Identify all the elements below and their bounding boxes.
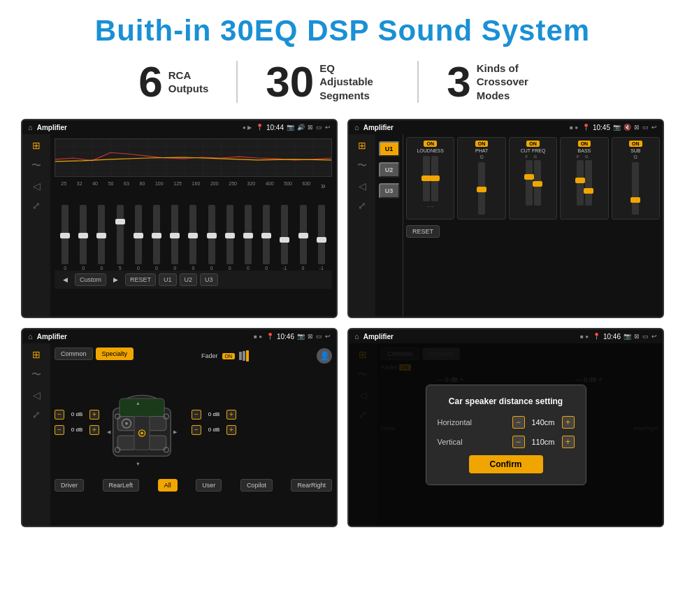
all-btn[interactable]: All <box>158 479 178 492</box>
eq-slider-6[interactable] <box>153 205 160 264</box>
vol-fr-minus[interactable]: − <box>192 410 201 420</box>
eq-slider-13[interactable] <box>281 205 288 264</box>
cutfreq-slider-g[interactable] <box>534 160 541 206</box>
amp-sidebar-speaker[interactable]: ◁ <box>359 180 366 192</box>
vol-ctrl-fl: − 0 dB + <box>55 410 99 420</box>
spk-sidebar-wave[interactable]: 〜 <box>31 368 41 381</box>
sub-slider[interactable] <box>632 162 639 215</box>
expand-icon[interactable]: » <box>321 181 326 191</box>
rearleft-btn[interactable]: RearLeft <box>103 479 140 492</box>
eq-slider-11[interactable] <box>245 205 252 264</box>
amp-modules-row: ON LOUDNESS ~ ~ <box>406 137 660 220</box>
u1-select-btn[interactable]: U1 <box>379 141 400 157</box>
eq-back-btn[interactable]: ◀ <box>59 273 72 286</box>
eq-u2-btn[interactable]: U2 <box>180 273 198 286</box>
loudness-slider-l[interactable] <box>423 156 430 201</box>
eq-custom-btn[interactable]: Custom <box>75 273 106 286</box>
profile-icon-3[interactable]: 👤 <box>317 348 332 364</box>
eq-slider-3[interactable] <box>98 205 105 264</box>
spk-tab-common[interactable]: Common <box>55 348 93 360</box>
eq-slider-8[interactable] <box>189 205 196 264</box>
vol-fr-plus[interactable]: + <box>226 410 236 420</box>
amp-sidebar-wave[interactable]: 〜 <box>357 159 367 172</box>
vol-fl-plus[interactable]: + <box>89 410 99 420</box>
svg-text:▶: ▶ <box>173 429 178 435</box>
vol-ctrl-rl: − 0 dB + <box>55 425 99 435</box>
freq-160: 160 <box>192 181 201 191</box>
status-bar-1: ⌂ Amplifier ● ▶ 📍 10:44 📷 🔊 ⊠ ▭ ↩ <box>22 120 336 134</box>
slider-col-15: -1 <box>318 205 325 271</box>
spk-sidebar-expand[interactable]: ⤢ <box>32 409 41 420</box>
back-icon-4[interactable]: ↩ <box>651 333 657 340</box>
spk-sidebar-speaker[interactable]: ◁ <box>33 389 41 401</box>
eq-reset-btn[interactable]: RESET <box>125 273 156 286</box>
confirm-button[interactable]: Confirm <box>469 455 543 473</box>
stat-crossover-label: Kinds ofCrossover Modes <box>477 62 547 103</box>
back-icon-3[interactable]: ↩ <box>325 333 331 340</box>
eq-slider-10[interactable] <box>226 205 233 264</box>
horizontal-plus-btn[interactable]: + <box>562 416 575 429</box>
eq-u1-btn[interactable]: U1 <box>159 273 177 286</box>
home-icon-3[interactable]: ⌂ <box>28 332 33 341</box>
stat-crossover-number: 3 <box>447 60 470 103</box>
home-icon-1[interactable]: ⌂ <box>28 123 33 131</box>
u3-select-btn[interactable]: U3 <box>379 183 400 199</box>
amp-sidebar-tuner[interactable]: ⊞ <box>358 140 366 151</box>
rearright-btn[interactable]: RearRight <box>291 479 332 492</box>
wifi-icon-2: ⊠ <box>634 124 640 131</box>
eq-slider-7[interactable] <box>171 205 178 264</box>
home-icon-2[interactable]: ⌂ <box>354 123 359 131</box>
eq-slider-1[interactable] <box>62 205 68 264</box>
vol-fl-minus[interactable]: − <box>55 410 64 420</box>
status-bar-4: ⌂ Amplifier ■ ● 📍 10:46 📷 ⊠ ▭ ↩ <box>349 329 663 343</box>
slider-col-12: 0 <box>263 205 270 271</box>
eq-play-btn[interactable]: ▶ <box>109 273 122 286</box>
amp-sidebar-expand[interactable]: ⤢ <box>358 200 366 211</box>
freq-32: 32 <box>77 181 82 191</box>
spk-sidebar-tuner[interactable]: ⊞ <box>32 349 41 360</box>
eq-slider-12[interactable] <box>263 205 270 264</box>
user-btn[interactable]: User <box>196 479 222 492</box>
eq-slider-2[interactable] <box>80 205 87 264</box>
spk-tab-specialty[interactable]: Specialty <box>96 348 134 360</box>
phat-title: PHAT <box>475 148 488 153</box>
phat-slider[interactable] <box>478 162 485 215</box>
slider-col-8: 0 <box>189 205 196 271</box>
back-icon-2[interactable]: ↩ <box>651 124 657 131</box>
eq-sidebar-tuner[interactable]: ⊞ <box>32 140 41 151</box>
u2-select-btn[interactable]: U2 <box>379 162 400 178</box>
eq-slider-14[interactable] <box>300 205 307 264</box>
cutfreq-slider-f[interactable] <box>526 160 533 206</box>
eq-u3-btn[interactable]: U3 <box>200 273 218 286</box>
vertical-minus-btn[interactable]: − <box>512 436 525 448</box>
eq-sidebar-wave[interactable]: 〜 <box>31 159 41 172</box>
freq-630: 630 <box>303 181 311 191</box>
horizontal-minus-btn[interactable]: − <box>512 416 525 429</box>
dialog-vertical-control: − 110cm + <box>512 436 575 448</box>
right-vol-column: − 0 dB + − 0 dB + <box>192 410 236 435</box>
bass-slider-f[interactable] <box>577 160 584 206</box>
bass-slider-g[interactable] <box>585 160 592 206</box>
home-icon-4[interactable]: ⌂ <box>354 332 359 341</box>
eq-val-15: -1 <box>319 266 324 271</box>
vertical-plus-btn[interactable]: + <box>562 436 575 448</box>
driver-btn[interactable]: Driver <box>55 479 84 492</box>
amp-reset-btn[interactable]: RESET <box>406 225 440 238</box>
stat-eq-number: 30 <box>266 60 314 103</box>
slider-col-5: 0 <box>135 205 142 271</box>
eq-sidebar-expand[interactable]: ⤢ <box>32 200 41 211</box>
eq-slider-9[interactable] <box>208 205 215 264</box>
eq-slider-5[interactable] <box>135 205 142 264</box>
vol-rr-plus[interactable]: + <box>226 425 236 435</box>
eq-slider-4[interactable] <box>117 205 124 264</box>
svg-text:◀: ◀ <box>107 429 111 435</box>
back-icon-1[interactable]: ↩ <box>325 124 331 131</box>
vol-rl-minus[interactable]: − <box>55 425 64 435</box>
vol-rr-minus[interactable]: − <box>192 425 201 435</box>
vol-rl-plus[interactable]: + <box>89 425 99 435</box>
copilot-btn[interactable]: Copilot <box>240 479 273 492</box>
eq-slider-15[interactable] <box>318 205 325 264</box>
loudness-slider-r[interactable] <box>431 156 438 201</box>
stat-rca-label: RCAOutputs <box>168 69 209 96</box>
eq-sidebar-speaker[interactable]: ◁ <box>33 180 41 192</box>
